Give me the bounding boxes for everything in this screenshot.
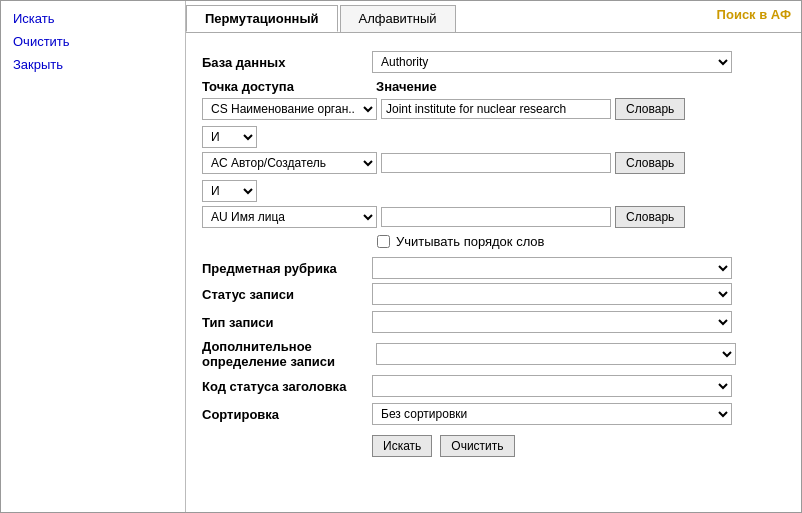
- value-input-2[interactable]: [381, 153, 611, 173]
- database-label: База данных: [202, 55, 372, 70]
- row2-controls: Словарь: [381, 152, 685, 174]
- value-input-1[interactable]: [381, 99, 611, 119]
- word-order-row: Учитывать порядок слов: [202, 234, 785, 249]
- record-type-label: Тип записи: [202, 315, 372, 330]
- record-status-label: Статус записи: [202, 287, 372, 302]
- record-status-select[interactable]: [372, 283, 732, 305]
- header-status-select[interactable]: [372, 375, 732, 397]
- clear-button[interactable]: Очистить: [440, 435, 514, 457]
- search-button[interactable]: Искать: [372, 435, 432, 457]
- record-status-row: Статус записи: [202, 283, 785, 305]
- access-point-header: Точка доступа: [202, 79, 372, 94]
- sort-select[interactable]: Без сортировки: [372, 403, 732, 425]
- additional-def-select[interactable]: [376, 343, 736, 365]
- search-row-2: AC Автор/Создатель Словарь: [202, 152, 785, 174]
- access-select-1[interactable]: CS Наименование орган...: [202, 98, 377, 120]
- additional-def-label: Дополнительное определение записи: [202, 339, 372, 369]
- value-header: Значение: [376, 79, 437, 94]
- header-status-label: Код статуса заголовка: [202, 379, 372, 394]
- operator-row-1: И ИЛИ НЕТ: [202, 126, 785, 148]
- operator-select-2[interactable]: И ИЛИ НЕТ: [202, 180, 257, 202]
- row3-controls: Словарь: [381, 206, 685, 228]
- af-search-link[interactable]: Поиск в АФ: [717, 7, 791, 22]
- tabs: Пермутационный Алфавитный: [186, 1, 801, 33]
- additional-def-row: Дополнительное определение записи: [202, 339, 785, 369]
- main-container: Искать Очистить Закрыть Поиск в АФ Перму…: [0, 0, 802, 513]
- subject-label: Предметная рубрика: [202, 261, 372, 276]
- database-select[interactable]: Authority: [372, 51, 732, 73]
- sidebar: Искать Очистить Закрыть: [1, 1, 186, 512]
- search-row-3: AU Имя лица Словарь: [202, 206, 785, 228]
- dictionary-button-2[interactable]: Словарь: [615, 152, 685, 174]
- bottom-buttons: Искать Очистить: [202, 435, 785, 457]
- tab-permutation[interactable]: Пермутационный: [186, 5, 338, 32]
- word-order-label: Учитывать порядок слов: [396, 234, 545, 249]
- tab-alphabetical[interactable]: Алфавитный: [340, 5, 456, 32]
- dictionary-button-3[interactable]: Словарь: [615, 206, 685, 228]
- sidebar-close-link[interactable]: Закрыть: [13, 57, 173, 72]
- access-select-3[interactable]: AU Имя лица: [202, 206, 377, 228]
- access-select-2[interactable]: AC Автор/Создатель: [202, 152, 377, 174]
- header-status-row: Код статуса заголовка: [202, 375, 785, 397]
- sort-label: Сортировка: [202, 407, 372, 422]
- sidebar-search-link[interactable]: Искать: [13, 11, 173, 26]
- record-type-select[interactable]: [372, 311, 732, 333]
- record-type-row: Тип записи: [202, 311, 785, 333]
- column-headers: Точка доступа Значение: [202, 79, 785, 94]
- subject-select[interactable]: [372, 257, 732, 279]
- database-row: База данных Authority: [202, 51, 785, 73]
- search-row-1: CS Наименование орган... Словарь: [202, 98, 785, 120]
- dictionary-button-1[interactable]: Словарь: [615, 98, 685, 120]
- operator-select-1[interactable]: И ИЛИ НЕТ: [202, 126, 257, 148]
- subject-row: Предметная рубрика: [202, 257, 785, 279]
- content-area: Поиск в АФ Пермутационный Алфавитный Баз…: [186, 1, 801, 512]
- sort-row: Сортировка Без сортировки: [202, 403, 785, 425]
- form-area: База данных Authority Точка доступа Знач…: [186, 45, 801, 467]
- row1-controls: Словарь: [381, 98, 685, 120]
- value-input-3[interactable]: [381, 207, 611, 227]
- sidebar-clear-link[interactable]: Очистить: [13, 34, 173, 49]
- operator-row-2: И ИЛИ НЕТ: [202, 180, 785, 202]
- word-order-checkbox[interactable]: [377, 235, 390, 248]
